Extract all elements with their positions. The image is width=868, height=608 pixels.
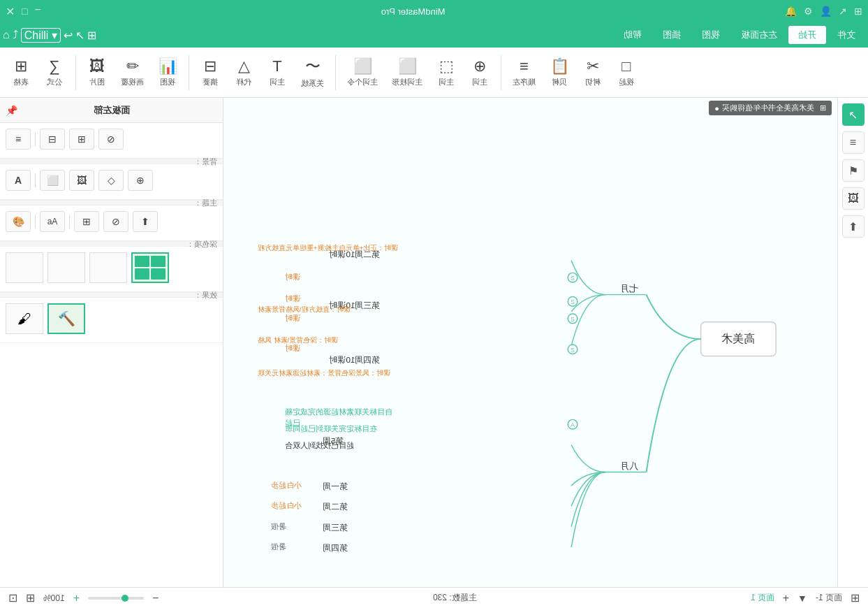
mindmap-icon: ⊕ [473, 57, 486, 75]
effect-brush2[interactable]: 🔨 [47, 303, 85, 334]
zoom-in-btn[interactable]: − [152, 592, 159, 605]
theme-section: A ⬜ 🖼 ◇ ⊕ [0, 164, 223, 200]
toolbar-mindmap[interactable]: ⊕ 主词 [464, 55, 495, 90]
menu-file[interactable]: 文件 [827, 26, 865, 44]
toolbar-node-style[interactable]: ⬜ 主词个令 [341, 55, 383, 90]
menu-help[interactable]: 帮助 [614, 26, 652, 44]
deep-section-label: 深色项： [186, 239, 217, 249]
home-icon[interactable]: ⌂ [3, 29, 10, 41]
effect-section-label: 效果： [194, 290, 217, 301]
m-s: A [571, 421, 575, 428]
fullscreen-btn[interactable]: ⊞ [26, 591, 35, 605]
mindmap-canvas[interactable]: 高美术 七月 第二周10课时 S 课时 课时：正比+单元自主检测+重组单元直线方… [223, 98, 837, 587]
node-section: 🎨 aA ⊞ ⊘ ⬆ [0, 205, 223, 241]
toolbar-table[interactable]: ⊞ 表格 [6, 55, 36, 90]
undo-icon[interactable]: ↩ [64, 29, 73, 42]
close-btn[interactable]: ✕ [6, 5, 15, 18]
toolbar-connect[interactable]: 〜 关系线 [295, 53, 330, 92]
node-upload[interactable]: ⬆ [133, 211, 158, 232]
right-tool-image[interactable]: 🖼 [842, 187, 865, 210]
page-nav-label: 面页 1- [816, 592, 842, 604]
fit-page-btn[interactable]: ⊡ [8, 591, 17, 605]
grid-4[interactable] [131, 252, 169, 283]
canvas-area[interactable]: ● 美术高美全书牛年值得购买 ⊞ 高美术 七月 第二周10课时 S 课时 课时：… [223, 98, 837, 587]
grid-3[interactable] [89, 252, 127, 283]
zoom-out-btn[interactable]: + [73, 592, 80, 605]
account-icon[interactable]: 👤 [820, 6, 832, 17]
theme-box[interactable]: ⬜ [40, 170, 65, 191]
toolbar-cut[interactable]: ✂ 树切 [578, 55, 608, 90]
grid-icon[interactable]: ⊞ [87, 29, 96, 42]
zoom-slider[interactable] [88, 597, 144, 600]
cut-icon: ✂ [587, 57, 599, 75]
w5-sub3: 起目已找找到人双合 [285, 441, 354, 449]
node-grid[interactable]: ⊞ [74, 211, 99, 232]
notification-icon[interactable]: 🔔 [785, 6, 797, 17]
share2-icon[interactable]: ⤴ [13, 29, 18, 41]
toolbar-order[interactable]: ≡ 顺序左 [507, 55, 541, 90]
node-font[interactable]: aA [40, 211, 65, 232]
right-tool-select[interactable]: ↖ [842, 103, 865, 126]
toolbar-draw[interactable]: ✏ 画视覆 [115, 55, 149, 90]
minimize-btn[interactable]: − [34, 3, 41, 16]
menu-image[interactable]: 插图 [653, 26, 691, 44]
toolbar-image[interactable]: 🖼 图片 [82, 55, 112, 90]
toolbar-summary[interactable]: ⊟ 摘要 [195, 55, 226, 90]
menu-panel[interactable]: 左右面板 [731, 26, 787, 44]
settings-icon[interactable]: ⚙ [804, 6, 813, 17]
toolbar-text[interactable]: T 主词 [262, 55, 293, 90]
w5-path [571, 445, 605, 472]
box-icon: □ [621, 57, 631, 75]
layout-radial[interactable]: ⊘ [98, 129, 124, 150]
menu-view[interactable]: 视图 [692, 26, 730, 44]
toolbar-table-label: 表格 [13, 77, 29, 87]
statusbar-center: 主题数: 230 [433, 592, 477, 604]
cursor-icon[interactable]: ↖ [75, 29, 84, 42]
theme-add[interactable]: ⊕ [128, 170, 153, 191]
grid-1[interactable] [6, 252, 43, 283]
right-tool-flag[interactable]: ⚑ [842, 159, 865, 182]
layout-tree[interactable]: ⊟ [40, 129, 65, 150]
aw3-path [571, 472, 605, 527]
toolbar-formula[interactable]: ∑ 公式 [39, 55, 70, 90]
toolbar-branch[interactable]: ⬚ 主词 [431, 55, 462, 90]
toolbar-box[interactable]: □ 视起 [611, 55, 642, 90]
aw2-sub: 小白起步 [271, 501, 302, 509]
theme-text[interactable]: A [6, 170, 31, 191]
w4-label: 第四周10课时 [329, 355, 380, 364]
menu-start[interactable]: 开始 [788, 26, 826, 44]
page-nav-down[interactable]: ▼ [797, 593, 807, 604]
theme-diamond[interactable]: ◇ [98, 170, 124, 191]
connect-icon: 〜 [305, 56, 321, 77]
node-color[interactable]: 🎨 [6, 211, 31, 232]
right-tool-upload[interactable]: ⬆ [842, 215, 865, 238]
summary-icon: ⊟ [204, 57, 216, 75]
aw3-sub: 暑假 [271, 522, 286, 530]
add-page-btn[interactable]: + [783, 592, 789, 605]
expand-icon[interactable]: ⊞ [854, 6, 862, 17]
page-grid-btn[interactable]: ⊞ [851, 591, 860, 605]
theme-image[interactable]: 🖼 [69, 170, 94, 191]
layout-list[interactable]: ≡ [6, 129, 31, 150]
toolbar-chart[interactable]: 📊 视图 [152, 55, 183, 90]
toolbar-copy-style[interactable]: 📋 贝树 [544, 55, 575, 90]
user-icon[interactable]: Chilli ▾ [21, 28, 61, 43]
w2-s: S [571, 275, 575, 282]
table-icon: ⊞ [15, 57, 27, 75]
theme-row: A ⬜ 🖼 ◇ ⊕ [6, 170, 217, 191]
toolbar-branch-style[interactable]: ⬜ 主词枝形 [386, 55, 428, 90]
share-icon[interactable]: ↗ [839, 6, 847, 17]
maximize-btn[interactable]: □ [22, 6, 27, 17]
aw1-label: 第一周 [323, 482, 348, 491]
grid-2[interactable] [47, 252, 85, 283]
effect-brush1[interactable]: 🖌 [6, 303, 43, 334]
layout-org[interactable]: ⊞ [69, 129, 94, 150]
layout-row: ≡ ⊟ ⊞ ⊘ [6, 129, 217, 150]
w4-note1: 课时：深色背景\素材 风格 [258, 336, 338, 344]
pin-icon[interactable]: 📌 [6, 105, 17, 116]
statusbar-left: ⊡ ⊞ 100% + − [8, 591, 159, 605]
toolbar-shape[interactable]: △ 代样 [228, 55, 259, 90]
node-radial[interactable]: ⊘ [103, 211, 128, 232]
right-tool-list[interactable]: ≡ [842, 131, 865, 154]
zoom-thumb [122, 595, 128, 602]
